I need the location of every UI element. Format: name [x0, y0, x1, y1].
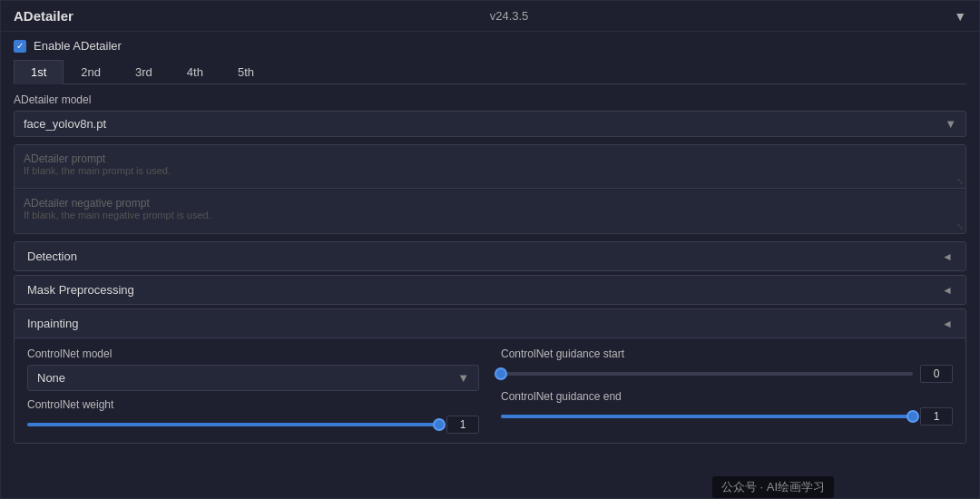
tab-4th[interactable]: 4th [170, 60, 220, 83]
controlnet-guidance-end-fill [501, 415, 913, 418]
adetailer-model-arrow: ▼ [945, 117, 956, 131]
negative-prompt-resize-icon: ⤡ [956, 221, 964, 231]
adetailer-model-select[interactable]: face_yolov8n.pt ▼ [14, 111, 966, 137]
enable-label: Enable ADetailer [34, 39, 122, 53]
controlnet-guidance-start-label: ControlNet guidance start [501, 347, 953, 360]
panel-title: ADetailer [14, 8, 74, 24]
mask-preprocessing-section[interactable]: Mask Preprocessing ◄ [14, 275, 966, 305]
inpainting-header[interactable]: Inpainting ◄ [15, 309, 965, 338]
controlnet-guidance-end-thumb [906, 410, 919, 423]
prompt-field[interactable]: ADetailer prompt If blank, the main prom… [15, 145, 965, 189]
panel-body: Enable ADetailer 1st 2nd 3rd 4th 5th ADe… [1, 32, 979, 498]
adetailer-model-label: ADetailer model [14, 93, 966, 106]
controlnet-guidance-end-group: ControlNet guidance end 1 [501, 390, 953, 426]
detection-section[interactable]: Detection ◄ [14, 241, 966, 271]
inpainting-arrow: ◄ [942, 318, 953, 330]
controlnet-weight-value[interactable]: 1 [446, 416, 479, 434]
tab-5th[interactable]: 5th [220, 60, 271, 83]
negative-prompt-field[interactable]: ADetailer negative prompt If blank, the … [15, 190, 965, 233]
controlnet-weight-fill [27, 423, 439, 426]
tab-3rd[interactable]: 3rd [118, 60, 170, 83]
controlnet-weight-label: ControlNet weight [27, 398, 479, 411]
mask-preprocessing-label: Mask Preprocessing [27, 283, 134, 297]
detection-label: Detection [27, 250, 77, 263]
controlnet-guidance-start-slider-row: 0 [501, 365, 953, 383]
controlnet-weight-thumb [433, 418, 446, 431]
panel-header: ADetailer v24.3.5 ▼ [1, 1, 979, 32]
panel-version: v24.3.5 [490, 9, 529, 23]
prompt-subtitle: If blank, the main prompt is used. [24, 165, 956, 176]
main-panel: ADetailer v24.3.5 ▼ Enable ADetailer 1st… [0, 0, 980, 499]
adetailer-model-value: face_yolov8n.pt [24, 117, 106, 131]
controlnet-guidance-end-slider-row: 1 [501, 407, 953, 426]
tab-2nd[interactable]: 2nd [64, 60, 118, 83]
controlnet-guidance-start-value[interactable]: 0 [920, 365, 953, 383]
controlnet-model-label: ControlNet model [27, 347, 479, 360]
negative-prompt-subtitle: If blank, the main negative prompt is us… [24, 210, 956, 220]
controlnet-guidance-start-track[interactable] [501, 372, 913, 376]
tab-1st[interactable]: 1st [14, 60, 64, 84]
prompt-group: ADetailer prompt If blank, the main prom… [14, 144, 966, 234]
prompt-resize-icon: ⤡ [956, 176, 964, 186]
panel-collapse-arrow[interactable]: ▼ [954, 9, 966, 24]
negative-prompt-title: ADetailer negative prompt [24, 197, 956, 210]
inpainting-section: Inpainting ◄ ControlNet model None ▼ [14, 308, 966, 444]
prompt-title: ADetailer prompt [24, 152, 956, 165]
controlnet-weight-slider-row: 1 [27, 416, 479, 434]
enable-checkbox[interactable] [14, 40, 26, 53]
controlnet-guidance-start-thumb [495, 367, 507, 380]
detection-arrow: ◄ [942, 250, 953, 263]
controlnet-guidance-start-group: ControlNet guidance start 0 [501, 347, 953, 383]
controlnet-model-arrow: ▼ [457, 371, 469, 385]
inpainting-controls: ControlNet model None ▼ ControlNet weigh… [27, 347, 953, 434]
tabs-row: 1st 2nd 3rd 4th 5th [14, 60, 966, 84]
controlnet-model-select[interactable]: None ▼ [27, 365, 479, 391]
controlnet-model-group: ControlNet model None ▼ [27, 347, 479, 391]
controlnet-guidance-end-value[interactable]: 1 [920, 407, 953, 426]
enable-row: Enable ADetailer [14, 39, 966, 53]
mask-preprocessing-arrow: ◄ [942, 284, 953, 297]
controlnet-weight-track[interactable] [27, 423, 439, 426]
inpainting-label: Inpainting [27, 317, 78, 330]
controlnet-guidance-end-label: ControlNet guidance end [501, 390, 953, 403]
controlnet-weight-group: ControlNet weight 1 [27, 398, 479, 434]
inpainting-body: ControlNet model None ▼ ControlNet weigh… [15, 338, 965, 443]
controlnet-model-value: None [37, 371, 65, 385]
controlnet-guidance-end-track[interactable] [501, 415, 913, 418]
